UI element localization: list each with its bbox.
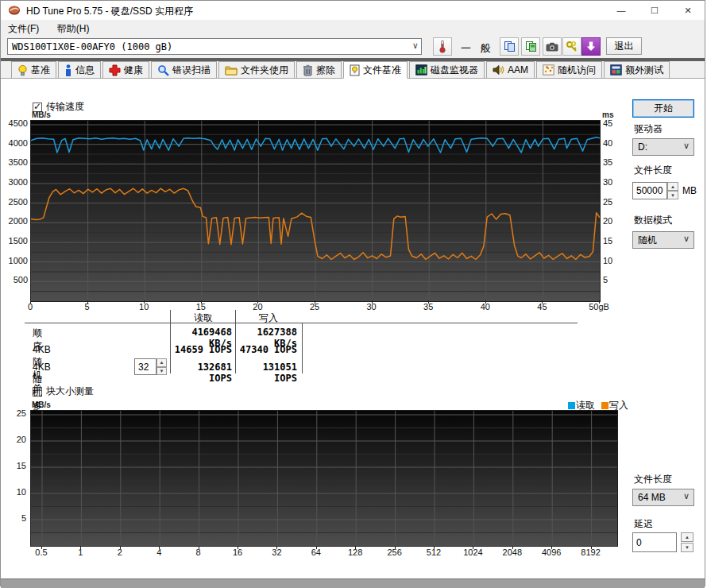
block-file-length-value: 64 MB (638, 492, 666, 503)
tab-file-benchmark[interactable]: 文件基准 (343, 61, 408, 79)
spin-down-icon[interactable]: ▼ (667, 191, 678, 199)
menubar: 文件(F) 帮助(H) (1, 20, 705, 37)
tab-bar: 基准信息健康错误扫描文件夹使用擦除文件基准磁盘监视器AAM随机访问额外测试 (1, 61, 705, 79)
chevron-down-icon: ∨ (683, 491, 690, 501)
copy-pages-icon (504, 41, 516, 52)
transfer-chart-y2-tick: 5 (603, 275, 622, 284)
chevron-down-icon: ∨ (683, 234, 690, 244)
x-axis-tickmark (315, 300, 315, 304)
block-chart-y-tick: 20 (7, 435, 26, 444)
minimize-button[interactable]: — (605, 1, 638, 20)
block-chart-y-tick: 15 (7, 461, 26, 470)
health-cross-icon (109, 64, 121, 76)
spin-down-icon[interactable]: ▼ (156, 367, 167, 376)
tab-label: 额外测试 (625, 64, 663, 77)
data-mode-dropdown[interactable]: 随机 ∨ (632, 231, 694, 249)
transfer-chart-y-tick: 2500 (4, 197, 28, 207)
x-axis-tickmark (41, 546, 42, 549)
x-axis-tickmark (201, 300, 202, 304)
window-title: HD Tune Pro 5.75 - 硬盘/SSD 实用程序 (26, 5, 193, 18)
exit-button[interactable]: 退出 (606, 37, 642, 55)
screenshot-button[interactable] (543, 37, 562, 56)
tab-benchmark[interactable]: 基准 (11, 61, 56, 78)
transfer-chart-y2-tick: 45 (603, 118, 622, 128)
tab-info[interactable]: 信息 (58, 61, 101, 78)
transfer-chart-y-tick: 4500 (4, 118, 28, 128)
x-axis-tickmark (485, 300, 486, 304)
disk-monitor-icon (415, 64, 427, 75)
queue-depth-input[interactable]: 32 (134, 358, 156, 375)
spin-up-icon[interactable]: ▲ (681, 532, 693, 542)
queue-depth-spinner[interactable]: ▲▼ (156, 358, 167, 375)
legend-color-swatch (601, 402, 608, 409)
maximize-button[interactable]: ☐ (638, 1, 671, 20)
chevron-down-icon: ∨ (683, 141, 690, 151)
table-read-value: 132681 IOPS (172, 362, 232, 384)
magnifier-icon (157, 64, 169, 76)
save-results-button[interactable] (581, 37, 601, 56)
options-button[interactable] (562, 37, 581, 56)
latency-spinner[interactable]: ▲ ▼ (681, 532, 693, 552)
x-axis-tickmark (372, 300, 373, 304)
trash-icon (303, 64, 313, 76)
drive-dropdown[interactable]: D: ∨ (632, 138, 694, 156)
tab-label: 擦除 (316, 64, 335, 77)
close-button[interactable]: ✕ (671, 1, 705, 20)
transfer-chart-y-tick: 3500 (4, 157, 28, 167)
spin-up-icon[interactable]: ▲ (667, 182, 678, 191)
block-size-chart (30, 410, 618, 547)
block-chart-y-tick: 5 (7, 513, 26, 523)
tab-erase[interactable]: 擦除 (296, 61, 342, 78)
tab-label: 健康 (124, 64, 143, 77)
copy-text-button[interactable] (500, 37, 519, 56)
extra-tests-icon (610, 64, 622, 75)
tab-extra-tests[interactable]: 额外测试 (604, 61, 670, 78)
transfer-speed-chart (30, 120, 601, 302)
tab-label: 基准 (31, 64, 50, 77)
table-write-value: 47340 IOPS (238, 344, 297, 355)
table-header-divider (25, 323, 578, 323)
transfer-chart-y2-tick: 20 (603, 216, 622, 226)
tab-random-access[interactable]: 随机访问 (536, 61, 602, 78)
transfer-chart-y-tick: 1000 (4, 256, 28, 265)
block-chart-y-tick: 10 (7, 487, 26, 497)
transfer-chart-y-tick: 4000 (4, 138, 28, 148)
temperature-button[interactable] (433, 37, 452, 56)
tab-label: 信息 (75, 64, 95, 77)
x-axis-tickmark (159, 546, 160, 549)
block-file-length-dropdown[interactable]: 64 MB ∨ (632, 489, 694, 506)
spin-down-icon[interactable]: ▼ (681, 543, 693, 552)
tab-aam[interactable]: AAM (486, 61, 535, 78)
drive-select[interactable]: WDS100T1X0E-00AFY0 (1000 gB) ∨ (7, 38, 422, 55)
x-axis-tickmark (276, 546, 277, 549)
app-logo-icon (8, 4, 21, 17)
x-axis-tickmark (87, 300, 88, 304)
x-axis-tickmark (473, 546, 473, 549)
drive-select-value: WDS100T1X0E-00AFY0 (1000 gB) (12, 41, 172, 52)
temperature-status: 一 般 (461, 41, 494, 56)
file-length-label: 文件长度 (634, 164, 672, 177)
tab-label: 磁盘监视器 (431, 64, 478, 77)
tab-label: 随机访问 (558, 64, 596, 77)
file-length-spinner[interactable]: ▲ ▼ (667, 182, 678, 199)
x-axis-tickmark (428, 300, 429, 304)
tab-health[interactable]: 健康 (102, 61, 149, 78)
transfer-speed-label: 传输速度 (46, 100, 84, 114)
tab-error-scan[interactable]: 错误扫描 (151, 61, 217, 78)
copy-image-button[interactable] (521, 37, 540, 56)
table-write-value: 131051 IOPS (238, 362, 297, 384)
transfer-chart-y2-tick: 40 (603, 138, 622, 148)
tab-disk-monitor[interactable]: 磁盘监视器 (409, 61, 485, 78)
start-button[interactable]: 开始 (632, 99, 694, 118)
toolbar: WDS100T1X0E-00AFY0 (1000 gB) ∨ 一 般 (1, 36, 705, 58)
file-length-input[interactable]: 50000 (632, 182, 667, 199)
spin-up-icon[interactable]: ▲ (156, 358, 167, 367)
legend-color-swatch (568, 402, 575, 409)
x-axis-tickmark (355, 546, 356, 549)
drive-label: 驱动器 (634, 122, 663, 136)
tab-folder-usage[interactable]: 文件夹使用 (218, 61, 295, 78)
file-length-value: 50000 (636, 185, 663, 196)
folder-icon (225, 65, 238, 75)
x-axis-tickmark (144, 300, 145, 304)
latency-input[interactable]: 0 (632, 532, 677, 552)
